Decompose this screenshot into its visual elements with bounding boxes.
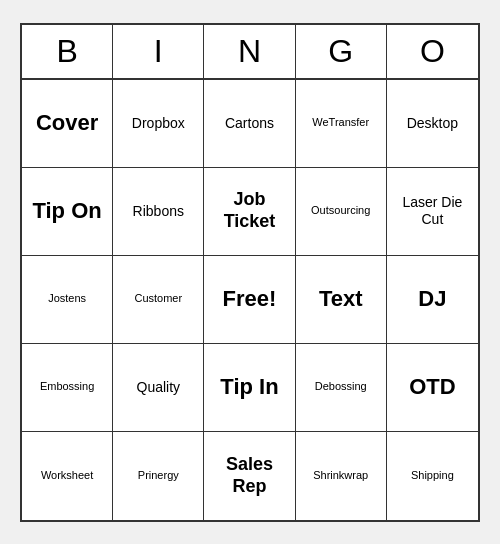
cell-label: Ribbons: [133, 203, 184, 220]
cell-r2-c4: DJ: [387, 256, 478, 344]
cell-label: OTD: [409, 374, 455, 400]
cell-label: DJ: [418, 286, 446, 312]
cell-label: Text: [319, 286, 363, 312]
cell-label: Sales Rep: [208, 454, 290, 497]
cell-r0-c2: Cartons: [204, 80, 295, 168]
cell-r1-c4: Laser Die Cut: [387, 168, 478, 256]
cell-r4-c3: Shrinkwrap: [296, 432, 387, 520]
cell-label: Customer: [134, 292, 182, 305]
cell-label: Cartons: [225, 115, 274, 132]
cell-r2-c1: Customer: [113, 256, 204, 344]
cell-label: Prinergy: [138, 469, 179, 482]
cell-r1-c0: Tip On: [22, 168, 113, 256]
cell-label: Jostens: [48, 292, 86, 305]
cell-r1-c3: Outsourcing: [296, 168, 387, 256]
cell-r0-c0: Cover: [22, 80, 113, 168]
header-letter: N: [204, 25, 295, 78]
cell-label: Debossing: [315, 380, 367, 393]
cell-label: Quality: [137, 379, 181, 396]
cell-label: Tip In: [220, 374, 278, 400]
cell-label: Job Ticket: [208, 189, 290, 232]
cell-label: Cover: [36, 110, 98, 136]
bingo-card: BINGO CoverDropboxCartonsWeTransferDeskt…: [20, 23, 480, 522]
cell-r2-c3: Text: [296, 256, 387, 344]
cell-label: Shrinkwrap: [313, 469, 368, 482]
cell-r3-c3: Debossing: [296, 344, 387, 432]
cell-r3-c0: Embossing: [22, 344, 113, 432]
cell-r1-c1: Ribbons: [113, 168, 204, 256]
cell-r3-c1: Quality: [113, 344, 204, 432]
cell-r4-c1: Prinergy: [113, 432, 204, 520]
cell-label: WeTransfer: [312, 116, 369, 129]
header-letter: G: [296, 25, 387, 78]
cell-r2-c2: Free!: [204, 256, 295, 344]
cell-r2-c0: Jostens: [22, 256, 113, 344]
cell-r4-c2: Sales Rep: [204, 432, 295, 520]
cell-r4-c4: Shipping: [387, 432, 478, 520]
cell-r3-c4: OTD: [387, 344, 478, 432]
cell-r3-c2: Tip In: [204, 344, 295, 432]
header-letter: O: [387, 25, 478, 78]
cell-r0-c4: Desktop: [387, 80, 478, 168]
cell-r0-c1: Dropbox: [113, 80, 204, 168]
cell-label: Worksheet: [41, 469, 93, 482]
cell-label: Tip On: [32, 198, 101, 224]
cell-label: Embossing: [40, 380, 94, 393]
cell-label: Shipping: [411, 469, 454, 482]
cell-label: Laser Die Cut: [391, 194, 474, 228]
cell-label: Dropbox: [132, 115, 185, 132]
cell-r4-c0: Worksheet: [22, 432, 113, 520]
bingo-grid: CoverDropboxCartonsWeTransferDesktopTip …: [22, 80, 478, 520]
cell-label: Outsourcing: [311, 204, 370, 217]
header-letter: B: [22, 25, 113, 78]
header-letter: I: [113, 25, 204, 78]
cell-r1-c2: Job Ticket: [204, 168, 295, 256]
cell-r0-c3: WeTransfer: [296, 80, 387, 168]
cell-label: Free!: [223, 286, 277, 312]
bingo-header: BINGO: [22, 25, 478, 80]
cell-label: Desktop: [407, 115, 458, 132]
